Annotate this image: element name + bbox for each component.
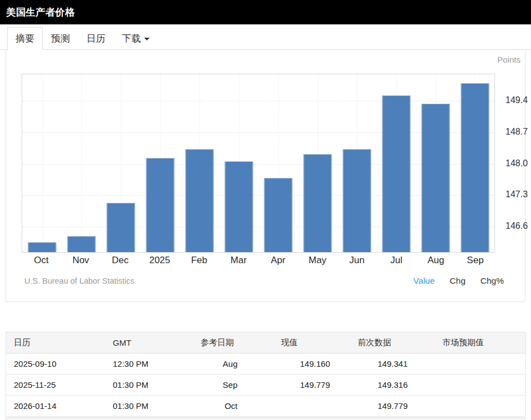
tab-1-摘要[interactable]: 摘要 — [7, 27, 43, 50]
mode-link-Value[interactable]: Value — [413, 276, 435, 286]
tab-label: 下载 — [122, 33, 141, 44]
tab-label: 摘要 — [16, 33, 34, 44]
cell: 2026-01-14 — [6, 396, 109, 417]
bar-Jul[interactable] — [382, 95, 410, 252]
table-row[interactable]: 2025-11-2501:30 PMSep149.779149.316 — [6, 375, 526, 396]
col-header-前次数据: 前次数据 — [336, 332, 413, 354]
x-axis-label-Mar: Mar — [219, 255, 258, 266]
chart-source-label: U.S. Bureau of Labor Statistics — [24, 276, 134, 285]
bar-slot-May — [298, 74, 337, 252]
mode-link-Chg[interactable]: Chg — [450, 276, 465, 286]
bar-Jun[interactable] — [343, 149, 371, 252]
calendar-table: 日历GMT参考日期现值前次数据市场预期值 2025-09-1012:30 PMA… — [6, 332, 526, 417]
tab-label: 日历 — [86, 33, 105, 44]
x-axis-label-Oct: Oct — [22, 255, 61, 266]
cell: 149.316 — [336, 375, 413, 396]
cell: 01:30 PM — [109, 396, 192, 417]
cell: 149.341 — [336, 354, 413, 375]
y-axis-tick-label: 148.0 — [506, 158, 528, 168]
bar-Mar[interactable] — [224, 161, 253, 252]
bar-Oct[interactable] — [28, 242, 56, 252]
bar-slot-Sep — [455, 74, 494, 252]
y-axis-tick-label: 147.3 — [506, 189, 528, 199]
col-header-日历: 日历 — [6, 332, 109, 354]
bar-Feb[interactable] — [185, 149, 213, 252]
cell: 149.779 — [336, 396, 413, 417]
table-row[interactable]: 2026-01-1401:30 PMOct149.779 — [6, 396, 526, 417]
bar-slot-Jul — [376, 74, 416, 252]
y-axis-unit-label: Points — [497, 55, 520, 64]
cell: 149.779 — [243, 375, 336, 396]
cell: Oct — [192, 396, 243, 417]
bar-Sep[interactable] — [461, 83, 489, 252]
cell: 2025-11-25 — [6, 375, 109, 396]
y-axis-tick-label: 149.4 — [506, 95, 528, 105]
tab-label: 预测 — [51, 33, 70, 44]
table-row[interactable]: 2025-09-1012:30 PMAug149.160149.341 — [6, 354, 526, 375]
col-header-参考日期: 参考日期 — [192, 332, 243, 354]
x-axis-label-Feb: Feb — [180, 255, 219, 266]
calendar-table-header-row: 日历GMT参考日期现值前次数据市场预期值 — [6, 332, 526, 354]
x-axis-label-Jul: Jul — [377, 255, 416, 266]
col-header-现值: 现值 — [243, 332, 336, 354]
cell — [513, 375, 526, 396]
col-header-GMT: GMT — [109, 332, 192, 354]
bar-2025[interactable] — [146, 158, 174, 252]
chart-card: Points 149.4148.7148.0147.3146.6 OctNovD… — [6, 50, 525, 302]
chart-mode-links: ValueChgChg% — [399, 276, 504, 286]
x-axis-label-Dec: Dec — [100, 255, 140, 266]
col-header-spacer — [513, 332, 526, 354]
y-axis-tick-label: 148.7 — [506, 127, 528, 137]
cell — [413, 396, 513, 417]
tab-bar: 摘要预测日历下载 — [0, 24, 531, 50]
cell — [243, 396, 336, 417]
bar-slot-Apr — [258, 74, 298, 252]
cell — [513, 396, 526, 417]
tab-2-预测[interactable]: 预测 — [43, 27, 78, 50]
calendar-table-wrap: 日历GMT参考日期现值前次数据市场预期值 2025-09-1012:30 PMA… — [6, 332, 525, 417]
x-axis-labels: OctNovDec2025FebMarAprMayJunJulAugSep — [22, 255, 495, 266]
next-section-strip — [6, 417, 525, 420]
bar-Aug[interactable] — [421, 104, 450, 252]
x-axis-label-May: May — [298, 255, 337, 266]
chevron-down-icon — [144, 38, 150, 40]
bar-slot-Feb — [180, 74, 219, 252]
cell: 12:30 PM — [109, 354, 192, 375]
bar-Dec[interactable] — [106, 203, 135, 252]
bar-slot-Oct — [22, 74, 62, 252]
cell: 149.160 — [243, 354, 336, 375]
bar-chart-plot-area — [22, 74, 495, 253]
y-axis-labels: 149.4148.7148.0147.3146.6 — [506, 74, 531, 253]
bar-slot-Dec — [101, 74, 140, 252]
title-bar: 美国生产者价格 — [0, 0, 531, 24]
cell: Aug — [192, 354, 243, 375]
bar-slot-Aug — [416, 74, 455, 252]
x-axis-label-Apr: Apr — [258, 255, 298, 266]
tab-4-下载[interactable]: 下载 — [114, 27, 158, 50]
y-axis-tick-label: 146.6 — [506, 221, 528, 231]
bar-slot-Jun — [337, 74, 376, 252]
x-axis-label-Sep: Sep — [456, 255, 495, 266]
tab-3-日历[interactable]: 日历 — [78, 27, 114, 50]
x-axis-label-2025: 2025 — [140, 255, 180, 266]
col-header-市场预期值: 市场预期值 — [413, 332, 513, 354]
x-axis-label-Aug: Aug — [416, 255, 456, 266]
bar-slot-Nov — [62, 74, 101, 252]
bar-May[interactable] — [303, 154, 331, 252]
cell — [413, 375, 513, 396]
page-title: 美国生产者价格 — [6, 6, 75, 19]
mode-link-Chg%[interactable]: Chg% — [481, 276, 504, 286]
cell — [413, 354, 513, 375]
bar-Nov[interactable] — [67, 236, 95, 252]
bar-slot-2025 — [140, 74, 180, 252]
cell: Sep — [192, 375, 243, 396]
x-axis-label-Nov: Nov — [61, 255, 100, 266]
bar-slot-Mar — [219, 74, 258, 252]
cell: 2025-09-10 — [6, 354, 109, 375]
cell: 01:30 PM — [109, 375, 192, 396]
x-axis-label-Jun: Jun — [337, 255, 376, 266]
cell — [513, 354, 526, 375]
bar-Apr[interactable] — [264, 178, 292, 252]
